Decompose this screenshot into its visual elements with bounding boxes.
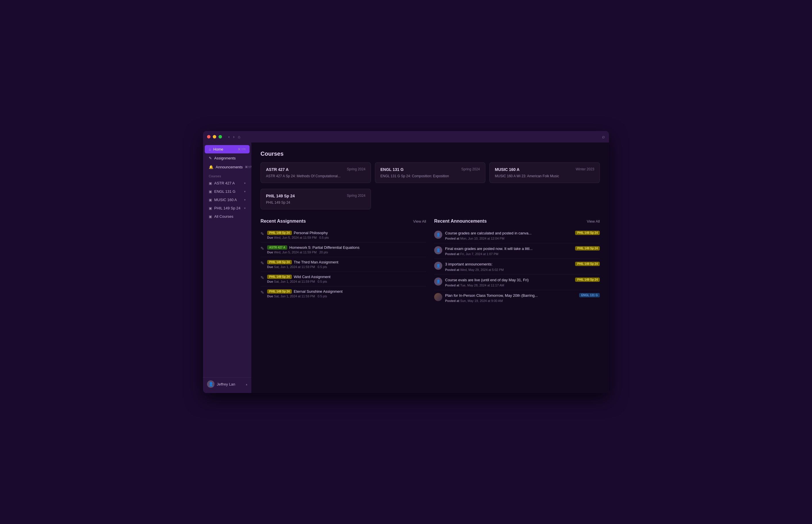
sidebar-course-music160a[interactable]: ▣ MUSIC 160 A ▾ <box>205 196 250 204</box>
recent-announcements-section: Recent Announcements View All 👤 Course g… <box>434 219 600 305</box>
announcement-text: Course evals are live (until end of day … <box>445 278 573 283</box>
course-card-engl131g[interactable]: ENGL 131 G Spring 2024 ENGL 131 G Sp 24:… <box>375 162 485 183</box>
assignment-icon: ✎ <box>260 231 264 236</box>
assignment-title-row: PHIL 149 Sp 24 Eternal Sunshine Assignme… <box>267 289 426 294</box>
announcement-content: Course evals are live (until end of day … <box>445 278 600 287</box>
course-icon: ▣ <box>209 181 212 185</box>
announcement-text: Plan for In-Person Class Tomorrow, May 2… <box>445 293 577 298</box>
assignment-meta: Due Wed, Jun 5, 2024 at 11:59 PM 20 pts <box>267 250 426 254</box>
course-card-music160a[interactable]: MUSIC 160 A Winter 2023 MUSIC 160 A Wi 2… <box>489 162 600 183</box>
course-badge: PHIL 149 Sp 24 <box>267 275 292 279</box>
assignment-name: Homework 5: Partial Differential Equatio… <box>289 245 360 250</box>
course-card-term: Winter 2023 <box>576 167 594 171</box>
assignment-item[interactable]: ✎ PHIL 149 Sp 24 Wild Card Assignment Du… <box>260 272 426 286</box>
course-badge: PHIL 149 Sp 24 <box>575 278 600 282</box>
announcement-item[interactable]: 👤 Course evals are live (until end of da… <box>434 275 600 290</box>
announcement-meta: Posted at Tue, May 28, 2024 at 11:17 AM <box>445 283 600 287</box>
course-badge: PHIL 149 Sp 24 <box>575 231 600 235</box>
recent-grid: Recent Assignments View All ✎ PHIL 149 S… <box>260 219 600 305</box>
forward-button[interactable]: › <box>233 134 235 139</box>
course-icon: ▣ <box>209 190 212 194</box>
sidebar-all-courses-label: All Courses <box>214 214 245 219</box>
course-card-title: MUSIC 160 A <box>495 167 520 172</box>
sidebar-home-shortcut: ⌘⇧H <box>238 148 245 151</box>
mac-window: ‹ › ⌂ ⌕ ⌂ Home ⌘⇧H ✎ Assignments 🔔 Annou… <box>203 131 609 393</box>
course-card-title: ASTR 427 A <box>266 167 289 172</box>
assignment-meta: Due Sat, Jun 1, 2024 at 11:59 PM 0.5 pts <box>267 265 426 268</box>
back-button[interactable]: ‹ <box>228 134 230 139</box>
sidebar-item-assignments[interactable]: ✎ Assignments <box>205 154 250 162</box>
assignment-meta: Due Sat, Jun 1, 2024 at 11:59 PM 0.5 pts <box>267 280 426 283</box>
minimize-button[interactable] <box>213 135 216 138</box>
announcement-title-row: Course evals are live (until end of day … <box>445 278 600 283</box>
announcement-meta: Posted at Fri, Jun 7, 2024 at 1:07 PM <box>445 252 600 256</box>
announcement-item[interactable]: Plan for In-Person Class Tomorrow, May 2… <box>434 290 600 305</box>
assignment-item[interactable]: ✎ PHIL 149 Sp 24 Eternal Sunshine Assign… <box>260 286 426 301</box>
user-profile[interactable]: 👤 Jeffrey Lan ▴ <box>203 377 251 391</box>
courses-grid-bottom: PHIL 149 Sp 24 Spring 2024 PHIL 149 Sp 2… <box>260 189 600 209</box>
course-card-astr427a[interactable]: ASTR 427 A Spring 2024 ASTR 427 A Sp 24:… <box>260 162 371 183</box>
recent-announcements-title: Recent Announcements <box>434 219 487 224</box>
course-card-header: MUSIC 160 A Winter 2023 <box>495 167 594 172</box>
announcement-content: Course grades are calculated and posted … <box>445 231 600 240</box>
avatar: 👤 <box>434 278 442 285</box>
maximize-button[interactable] <box>219 135 222 138</box>
announcement-title-row: Plan for In-Person Class Tomorrow, May 2… <box>445 293 600 298</box>
assignment-info: PHIL 149 Sp 24 Eternal Sunshine Assignme… <box>267 289 426 298</box>
assignment-item[interactable]: ✎ PHIL 149 Sp 24 The Third Man Assignmen… <box>260 257 426 272</box>
assignment-icon: ✎ <box>260 261 264 266</box>
announcement-title-row: Final exam grades are posted now. It wil… <box>445 246 600 251</box>
announcements-icon: 🔔 <box>209 165 213 169</box>
app-body: ⌂ Home ⌘⇧H ✎ Assignments 🔔 Announcements… <box>203 143 609 393</box>
course-card-title: ENGL 131 G <box>380 167 404 172</box>
sidebar-item-announcements[interactable]: 🔔 Announcements ⌘⇧N <box>205 163 250 171</box>
sidebar-course-astr-label: ASTR 427 A <box>214 181 242 185</box>
course-card-term: Spring 2024 <box>347 167 365 171</box>
course-card-phil149[interactable]: PHIL 149 Sp 24 Spring 2024 PHIL 149 Sp 2… <box>260 189 371 209</box>
assignments-view-all[interactable]: View All <box>413 219 426 224</box>
chevron-down-icon: ▾ <box>244 190 245 193</box>
course-badge: PHIL 149 Sp 24 <box>267 231 292 235</box>
course-card-subtitle: ASTR 427 A Sp 24: Methods Of Computation… <box>266 174 365 178</box>
assignment-title-row: PHIL 149 Sp 24 The Third Man Assignment <box>267 260 426 264</box>
search-button[interactable]: ⌕ <box>602 134 605 139</box>
sidebar-course-phil149[interactable]: ▣ PHIL 149 Sp 24 ▾ <box>205 204 250 212</box>
home-button[interactable]: ⌂ <box>238 134 240 139</box>
assignment-item[interactable]: ✎ ASTR 427 A Homework 5: Partial Differe… <box>260 243 426 257</box>
announcement-title-row: 3 important announcements: PHIL 149 Sp 2… <box>445 262 600 267</box>
assignment-item[interactable]: ✎ PHIL 149 Sp 24 Personal Philosophy Due… <box>260 228 426 243</box>
course-badge: ENGL 131 G <box>579 293 600 297</box>
announcement-content: Plan for In-Person Class Tomorrow, May 2… <box>445 293 600 302</box>
announcement-meta: Posted at Wed, May 29, 2024 at 5:02 PM <box>445 268 600 272</box>
course-card-term: Spring 2024 <box>347 194 365 198</box>
assignment-name: Eternal Sunshine Assignment <box>294 289 343 294</box>
sidebar-all-courses[interactable]: ▣ All Courses <box>205 213 250 220</box>
course-card-subtitle: MUSIC 160 A Wi 23: American Folk Music <box>495 174 594 178</box>
courses-grid-top: ASTR 427 A Spring 2024 ASTR 427 A Sp 24:… <box>260 162 600 183</box>
sidebar-course-astr427a[interactable]: ▣ ASTR 427 A ▾ <box>205 179 250 187</box>
course-card-subtitle: ENGL 131 G Sp 24: Composition: Expositio… <box>380 174 480 178</box>
assignment-info: PHIL 149 Sp 24 Wild Card Assignment Due … <box>267 275 426 283</box>
assignment-meta: Due Wed, Jun 5, 2024 at 11:59 PM 0.5 pts <box>267 236 426 239</box>
sidebar-item-home[interactable]: ⌂ Home ⌘⇧H <box>205 145 250 153</box>
sidebar-announcements-label: Announcements <box>216 165 243 169</box>
course-icon: ▣ <box>209 198 212 202</box>
sidebar-home-label: Home <box>213 147 236 151</box>
announcement-content: 3 important announcements: PHIL 149 Sp 2… <box>445 262 600 271</box>
close-button[interactable] <box>207 135 210 138</box>
course-icon: ▣ <box>209 215 212 219</box>
recent-assignments-title: Recent Assignments <box>260 219 306 224</box>
announcement-item[interactable]: 👤 Course grades are calculated and poste… <box>434 228 600 243</box>
course-icon: ▣ <box>209 206 212 210</box>
announcement-text: Final exam grades are posted now. It wil… <box>445 246 573 251</box>
announcement-item[interactable]: 👤 3 important announcements: PHIL 149 Sp… <box>434 259 600 274</box>
assignment-icon: ✎ <box>260 275 264 280</box>
sidebar-course-engl131g[interactable]: ▣ ENGL 131 G ▾ <box>205 187 250 195</box>
avatar: 👤 <box>434 262 442 270</box>
course-badge: PHIL 149 Sp 24 <box>267 260 292 264</box>
announcement-item[interactable]: 👤 Final exam grades are posted now. It w… <box>434 243 600 259</box>
assignment-icon: ✎ <box>260 290 264 295</box>
assignment-title-row: PHIL 149 Sp 24 Wild Card Assignment <box>267 275 426 279</box>
announcements-view-all[interactable]: View All <box>587 219 600 224</box>
recent-assignments-header: Recent Assignments View All <box>260 219 426 224</box>
